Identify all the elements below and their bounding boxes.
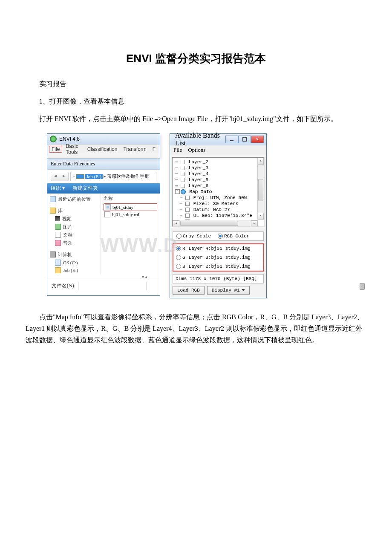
nav-documents[interactable]: 文档 (47, 231, 101, 239)
para-subtitle: 实习报告 (26, 78, 366, 90)
para-desc2: 点击"Map Info"可以查看影像得坐标系，分辨率等信息；点击 RGB Col… (26, 311, 366, 346)
b-band: Layer_2:bj01_stduy.img (189, 264, 251, 269)
figure-screenshots: ENVI 4.8 File Basic Tools Classification… (26, 133, 366, 298)
file-list: 名称 bj01_stduy bj01_stduy.rrd (101, 194, 160, 275)
color-mode-group: Gray Scale RGB Color (173, 231, 264, 241)
para-desc1: 打开 ENVI 软件，点击主菜单中的 File –>Open Image Fil… (26, 113, 366, 124)
para-step1: 1、打开图像，查看基本信息 (26, 95, 366, 107)
breadcrumb[interactable]: « Job (E:) ▸ 遥感软件及操作手册 (70, 172, 156, 181)
close-button[interactable]: ✕ (251, 136, 264, 143)
file-dialog: Enter Data Filenames ◄► « Job (E:) ▸ 遥感软… (47, 159, 160, 296)
envi-menubar: File Basic Tools Classification Transfor… (47, 145, 160, 154)
menu-file[interactable]: File (49, 146, 62, 153)
doc-title: ENVI 监督分类实习报告范本 (26, 51, 366, 66)
bands-window-wrap: Available Bands List ✕ File Options ┈ La… (170, 133, 267, 298)
file-dialog-title: Enter Data Filenames (47, 159, 160, 170)
minimize-button[interactable] (225, 136, 238, 143)
nav-drive-c[interactable]: OS (C:) (47, 259, 101, 266)
bands-menu-file[interactable]: File (173, 147, 182, 153)
bands-window: Available Bands List ✕ File Options ┈ La… (170, 133, 267, 298)
rgb-color-radio[interactable]: RGB Color (218, 234, 249, 239)
tree-vscroll[interactable]: ▴▾ (257, 158, 264, 220)
nav-music[interactable]: 音乐 (47, 239, 101, 247)
load-rgb-button[interactable]: Load RGB (173, 286, 205, 295)
bands-menu-options[interactable]: Options (188, 147, 205, 153)
nav-computer[interactable]: 计算机 (47, 251, 101, 259)
nav-arrows[interactable]: ◄► (51, 172, 69, 181)
menu-transform[interactable]: Transform (121, 146, 149, 153)
crumb-drive[interactable]: Job (E:) (85, 174, 103, 179)
file-bj01-stduy[interactable]: bj01_stduy (104, 203, 157, 211)
nav-library[interactable]: 库 (47, 207, 101, 215)
rgb-assignment: RLayer_4:bj01_stduy.img GLayer_3:bj01_st… (173, 243, 264, 272)
nav-pictures[interactable]: 图片 (47, 223, 101, 231)
bands-title-text: Available Bands List (175, 132, 223, 147)
dropdown-arrow-icon (242, 289, 245, 291)
organize-button[interactable]: 组织 ▾ (51, 185, 65, 192)
g-radio[interactable]: G (176, 255, 185, 260)
g-band: Layer_3:bj01_stduy.img (189, 255, 251, 260)
envi-title: ENVI 4.8 (59, 136, 80, 142)
filename-label: 文件名(N): (52, 282, 75, 289)
dialog-toolbar: 组织 ▾ 新建文件夹 (47, 183, 160, 194)
envi-window: ENVI 4.8 File Basic Tools Classification… (47, 133, 160, 159)
envi-globe-icon (50, 136, 57, 142)
menu-basic-tools[interactable]: Basic Tools (63, 143, 84, 156)
nav-recent[interactable]: 最近访问的位置 (47, 195, 101, 203)
nav-drive-f[interactable]: Joy (F:) (47, 274, 101, 275)
folder-icon (76, 174, 84, 179)
tree-hscroll[interactable]: ◂▸ (173, 220, 258, 226)
new-folder-button[interactable]: 新建文件夹 (72, 185, 98, 192)
r-band: Layer_4:bj01_stduy.img (189, 246, 251, 251)
menu-more[interactable]: F (150, 146, 158, 153)
col-header-name[interactable]: 名称 (104, 195, 157, 202)
menu-classification[interactable]: Classification (85, 146, 120, 153)
r-radio[interactable]: R (176, 246, 185, 251)
map-info-node[interactable]: Map Info (190, 189, 212, 194)
dialog-nav-pane: 最近访问的位置 库 视频 图片 文档 音乐 计算机 OS (C:) Job (E… (47, 194, 101, 275)
resize-handle[interactable]: ▾ ◂ (142, 275, 147, 278)
nav-drive-e[interactable]: Job (E:) (47, 266, 101, 274)
maximize-button[interactable] (238, 136, 251, 143)
file-bj01-stduy-rrd[interactable]: bj01_stduy.rrd (104, 211, 157, 218)
gray-scale-radio[interactable]: Gray Scale (176, 234, 211, 239)
bands-tree[interactable]: ┈ Layer_2 ┈ Layer_3 ┈ Layer_4 ┈ Layer_5 … (172, 157, 265, 227)
dims-text: Dims 1178 x 1070 (Byte) [BSQ] (173, 274, 264, 283)
envi-and-dialog: ENVI 4.8 File Basic Tools Classification… (47, 133, 160, 298)
display-dropdown[interactable]: Display #1 (207, 286, 250, 295)
map-info-globe-icon (181, 189, 186, 194)
crumb-folder[interactable]: 遥感软件及操作手册 (107, 173, 149, 179)
nav-video[interactable]: 视频 (47, 215, 101, 223)
b-radio[interactable]: B (176, 264, 185, 269)
filename-input[interactable] (78, 282, 147, 290)
